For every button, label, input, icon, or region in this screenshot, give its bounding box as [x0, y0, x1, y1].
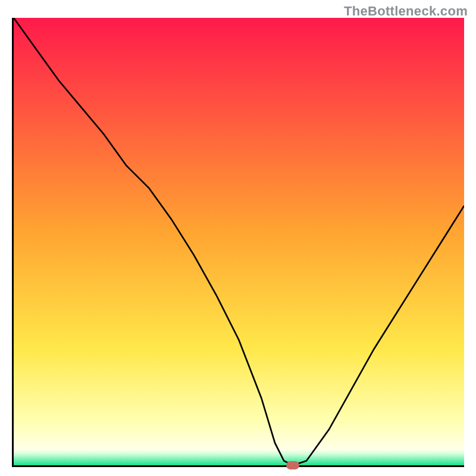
chart-frame	[12, 18, 464, 467]
svg-rect-0	[14, 18, 464, 465]
background-gradient	[14, 18, 464, 465]
plot-area	[14, 18, 464, 465]
optimal-point-marker	[286, 461, 299, 469]
x-axis	[12, 465, 464, 467]
watermark-label: TheBottleneck.com	[344, 4, 468, 19]
